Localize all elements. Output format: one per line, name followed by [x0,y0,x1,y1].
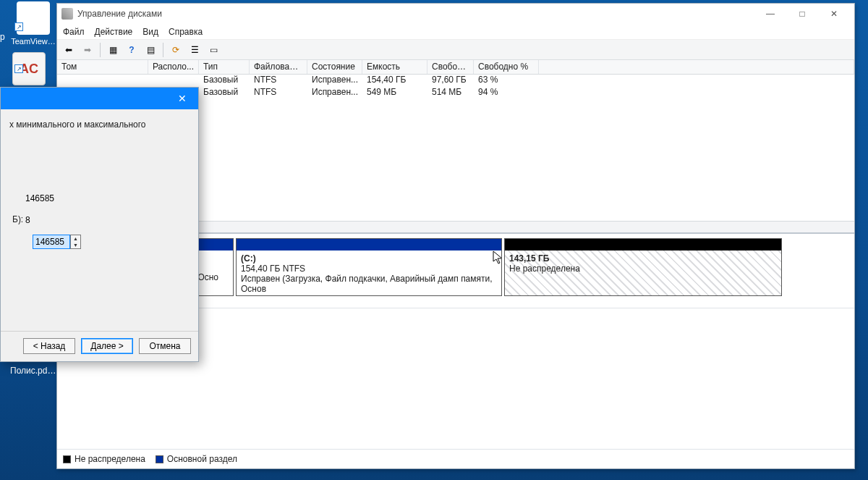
column-headers[interactable]: Том Располо... Тип Файловая с... Состоян… [57,60,854,75]
dialog-footer: < Назад Далее > Отмена [1,331,198,360]
desktop-icon-polis[interactable]: Полис.pd… [10,366,56,376]
cell-free: 97,60 ГБ [427,75,474,87]
desktop-icon-teamviewer[interactable]: ↔ ↗ TeamView… [7,1,59,46]
cell-state: Исправен... [307,87,362,99]
table-row[interactable]: Базовый NTFS Исправен... 154,40 ГБ 97,60… [57,75,854,87]
partition-size: 154,40 ГБ NTFS [241,264,497,274]
col-layout[interactable]: Располо... [148,60,199,74]
menu-action[interactable]: Действие [95,27,133,37]
back-button[interactable]: ⬅ [60,42,77,58]
close-button[interactable]: ✕ [818,4,850,23]
menu-view[interactable]: Вид [142,27,158,37]
col-volume[interactable]: Том [57,60,148,74]
size-input[interactable] [33,235,70,249]
partition-title: (C:) [241,253,497,264]
cell-state: Исправен... [307,75,362,87]
cell-pct: 94 % [474,87,539,99]
tool-properties-icon[interactable]: ▤ [142,42,159,58]
col-freepct[interactable]: Свободно % [474,60,539,74]
cell-cap: 154,40 ГБ [362,75,427,87]
spin-down-button[interactable]: ▼ [71,242,80,248]
desktop-icon-ac[interactable]: AC ↗ [7,52,51,88]
shortcut-arrow-icon: ↗ [14,64,23,73]
col-capacity[interactable]: Емкость [362,60,427,74]
help-icon[interactable]: ? [123,42,140,58]
spin-up-button[interactable]: ▲ [71,235,80,242]
wizard-dialog: ✕ х минимального и максимального 146585 … [0,87,199,362]
tool-list-icon[interactable]: ☰ [186,42,203,58]
window-title: Управление дисками [77,9,162,19]
next-button[interactable]: Далее > [81,338,133,354]
cell-type: Базовый [199,75,250,87]
desktop-icon-label: TeamView… [7,37,59,46]
col-spacer [539,60,854,74]
partition-size: 143,15 ГБ [509,253,777,264]
legend-unallocated: Не распределена [63,454,145,464]
cell-type: Базовый [199,87,250,99]
col-type[interactable]: Тип [199,60,250,74]
truncated-label: р [0,32,5,42]
toolbar: ⬅ ➡ ▦ ? ▤ ⟳ ☰ ▭ [57,40,854,60]
dialog-hint: х минимального и максимального [9,119,191,130]
minimize-button[interactable]: ― [754,4,786,23]
partition-c[interactable]: (C:) 154,40 ГБ NTFS Исправен (Загрузка, … [236,238,502,296]
tool-layout-icon[interactable]: ▦ [104,42,122,58]
min-size-value: 8 [25,215,30,225]
cell-pct: 63 % [474,75,539,87]
partition-unallocated[interactable]: 143,15 ГБ Не распределена [504,238,782,296]
maximize-button[interactable]: □ [786,4,818,23]
cell-fs: NTFS [250,87,307,99]
shortcut-arrow-icon: ↗ [14,22,23,31]
legend-primary: Основной раздел [156,454,237,464]
swatch-blue [156,455,163,463]
titlebar[interactable]: Управление дисками ― □ ✕ [57,4,854,24]
size-spinbox[interactable]: ▲ ▼ [33,234,81,250]
cell-free: 514 МБ [427,87,474,99]
menu-help[interactable]: Справка [169,27,203,37]
partition-status: Не распределена [509,264,777,274]
dialog-body: х минимального и максимального 146585 Б)… [1,109,198,331]
partition-band [237,239,501,250]
swatch-black [63,455,71,463]
cell-fs: NTFS [250,75,307,87]
dialog-close-button[interactable]: ✕ [166,88,198,109]
partition-band [505,239,781,250]
cancel-button[interactable]: Отмена [139,338,191,354]
partition-status: Исправен (Загрузка, Файл подкачки, Авари… [241,274,497,294]
dialog-titlebar[interactable]: ✕ [1,88,198,109]
max-size-value: 146585 [25,193,54,203]
col-fs[interactable]: Файловая с... [250,60,307,74]
refresh-icon[interactable]: ⟳ [167,42,184,58]
legend: Не распределена Основной раздел [57,449,854,468]
menu-file[interactable]: Файл [63,27,85,37]
col-free[interactable]: Свобод... [427,60,474,74]
app-icon [61,8,73,20]
kb-label: Б): [12,214,23,224]
col-status[interactable]: Состояние [307,60,362,74]
back-button[interactable]: < Назад [23,338,75,354]
menu-bar: Файл Действие Вид Справка [57,24,854,40]
forward-button[interactable]: ➡ [79,42,96,58]
tool-grid-icon[interactable]: ▭ [205,42,222,58]
cell-cap: 549 МБ [362,87,427,99]
